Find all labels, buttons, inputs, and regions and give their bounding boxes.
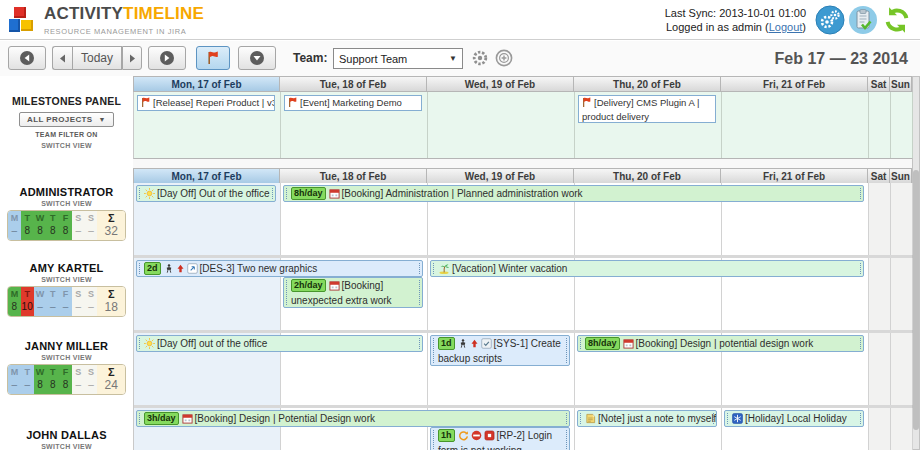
- event-task[interactable]: 2d[DES-3] Two new graphics: [136, 260, 423, 277]
- event-dayoff[interactable]: [Day Off] Out of the office: [136, 185, 276, 202]
- summary-day-F: F8: [59, 365, 72, 394]
- chevron-right-icon: [128, 54, 136, 63]
- scrollbar-thumb[interactable]: [913, 170, 919, 430]
- person-switch-view-link[interactable]: SWITCH VIEW: [0, 200, 133, 207]
- calendar-cell[interactable]: [869, 333, 891, 405]
- summary-day-label: W: [34, 287, 47, 300]
- calendar-cell[interactable]: [869, 183, 891, 255]
- day-header-milestones-5: Sat: [868, 76, 890, 92]
- milestones-panel-title: MILESTONES PANEL: [0, 95, 133, 107]
- flag-icon: [288, 97, 298, 111]
- duration-badge: 8h/day: [291, 187, 326, 200]
- booking-calendar-icon: [329, 188, 340, 202]
- calendar-cell[interactable]: [891, 333, 913, 405]
- milestones-switch-view-link[interactable]: SWITCH VIEW: [0, 142, 133, 149]
- summary-day-label: T: [21, 211, 34, 224]
- week-summary-table: M–T–W8T8F8S–S–Σ24: [7, 364, 126, 395]
- settings-gears-icon[interactable]: [815, 5, 845, 35]
- app-subtitle: RESOURCE MANAGEMENT IN JIRA: [44, 23, 204, 40]
- event-text: [Holiday] Local Holiday: [745, 413, 847, 424]
- summary-day-F: F–: [59, 287, 72, 316]
- event-task[interactable]: 1h[RP-2] Login form is not working: [430, 427, 570, 450]
- milestone-cell-4[interactable]: [722, 92, 869, 158]
- week-summary-table: M8T10W–T–F–S–S–Σ18: [7, 286, 126, 317]
- person-row-john-dallas: 3h/day[Booking] Design | Potential Desig…: [133, 408, 912, 450]
- summary-day-value: –: [34, 300, 47, 316]
- milestone-item[interactable]: [Release] Reperi Product | v3.1: [137, 95, 275, 111]
- day-header-milestones-4: Fri, 21 of Feb: [721, 76, 868, 92]
- summary-day-label: F: [59, 287, 72, 300]
- summary-day-S: S–: [72, 287, 85, 316]
- fast-forward-button[interactable]: [148, 46, 186, 70]
- event-text: [RP-2] Login form is not working: [438, 430, 552, 450]
- milestone-item[interactable]: [Delivery] CMS Plugin A | product delive…: [578, 95, 716, 123]
- summary-day-W: W8: [34, 365, 47, 394]
- team-select[interactable]: Support Team ▼: [333, 48, 463, 69]
- summary-day-value: –: [85, 378, 98, 394]
- today-button[interactable]: Today: [72, 46, 122, 70]
- milestones-toggle-button[interactable]: [196, 46, 230, 70]
- milestone-cell-5[interactable]: [869, 92, 891, 158]
- logout-link[interactable]: Logout: [769, 21, 803, 33]
- event-booking[interactable]: 3h/day[Booking] Design | Potential Desig…: [136, 410, 570, 427]
- milestone-item[interactable]: [Event] Marketing Demo: [284, 95, 422, 111]
- summary-day-label: T: [21, 287, 34, 300]
- gear-icon[interactable]: [470, 48, 490, 72]
- milestone-cell-2[interactable]: [428, 92, 575, 158]
- last-sync-text: Last Sync: 2013-10-01 01:00: [665, 6, 806, 20]
- circle-down-arrow-icon: [249, 50, 265, 66]
- calendar-cell[interactable]: [891, 258, 913, 330]
- day-header-milestones-2: Wed, 19 of Feb: [427, 76, 574, 92]
- scroll-down-button[interactable]: [238, 46, 276, 70]
- summary-day-value: 10: [21, 300, 34, 316]
- event-booking[interactable]: 8h/day[Booking] Design | potential desig…: [577, 335, 864, 352]
- event-booking[interactable]: 8h/day[Booking] Administration | Planned…: [283, 185, 864, 202]
- summary-day-label: F: [59, 211, 72, 224]
- summary-day-T: T8: [46, 211, 59, 240]
- calendar-cell[interactable]: [869, 408, 891, 450]
- next-week-button[interactable]: [122, 46, 142, 70]
- prev-week-button[interactable]: [52, 46, 72, 70]
- target-add-icon[interactable]: [495, 49, 513, 71]
- event-vacation[interactable]: [Vacation] Winter vacation: [430, 260, 864, 277]
- sidebar-person-administrator: ADMINISTRATORSWITCH VIEWM–T8W8T8F8S–S–Σ3…: [0, 186, 133, 241]
- summary-total-value: 18: [97, 300, 125, 316]
- event-holiday[interactable]: [Holiday] Local Holiday: [724, 410, 864, 427]
- summary-day-T: T–: [21, 365, 34, 394]
- person-name: ADMINISTRATOR: [0, 186, 133, 198]
- calendar-cell[interactable]: [869, 258, 891, 330]
- summary-day-label: S: [72, 365, 85, 378]
- person-switch-view-link[interactable]: SWITCH VIEW: [0, 354, 133, 361]
- event-task[interactable]: 1d[SYS-1] Create backup scripts: [430, 335, 570, 366]
- summary-day-value: –: [21, 378, 34, 394]
- event-booking[interactable]: 2h/day[Booking] unexpected extra work: [283, 277, 423, 308]
- in-progress-icon: [458, 430, 469, 444]
- event-dayoff[interactable]: [Day Off] out of the office: [136, 335, 423, 352]
- summary-day-label: F: [59, 365, 72, 378]
- day-header-people-2: Wed, 19 of Feb: [427, 168, 574, 184]
- fast-back-button[interactable]: [8, 46, 46, 70]
- top-header: ACTIVITYTIMELINE RESOURCE MANAGEMENT IN …: [0, 0, 920, 40]
- tasks-clipboard-icon[interactable]: [848, 5, 878, 35]
- summary-day-label: M: [8, 365, 21, 378]
- flag-icon: [582, 97, 592, 111]
- summary-day-S: S–: [72, 211, 85, 240]
- event-note[interactable]: [Note] just a note to myself....: [577, 410, 717, 427]
- day-header-milestones-3: Thu, 20 of Feb: [574, 76, 721, 92]
- calendar-cell[interactable]: [891, 183, 913, 255]
- milestone-cell-6[interactable]: [891, 92, 913, 158]
- app-logo-icon: [9, 7, 35, 33]
- priority-up-icon: [470, 338, 479, 352]
- day-header-people-1: Tue, 18 of Feb: [280, 168, 427, 184]
- calendar-cell[interactable]: [891, 408, 913, 450]
- summary-day-value: 8: [59, 378, 72, 394]
- date-range-title: Feb 17 — 23 2014: [775, 50, 908, 68]
- refresh-sync-icon[interactable]: [882, 5, 912, 35]
- circle-left-arrow-icon: [19, 50, 35, 66]
- person-switch-view-link[interactable]: SWITCH VIEW: [0, 276, 133, 283]
- event-text: [Day Off] Out of the office: [157, 188, 269, 199]
- summary-day-label: S: [85, 365, 98, 378]
- person-switch-view-link[interactable]: SWITCH VIEW: [0, 443, 133, 450]
- summary-day-value: –: [8, 224, 21, 240]
- projects-filter-dropdown[interactable]: ALL PROJECTS ▼: [19, 112, 114, 127]
